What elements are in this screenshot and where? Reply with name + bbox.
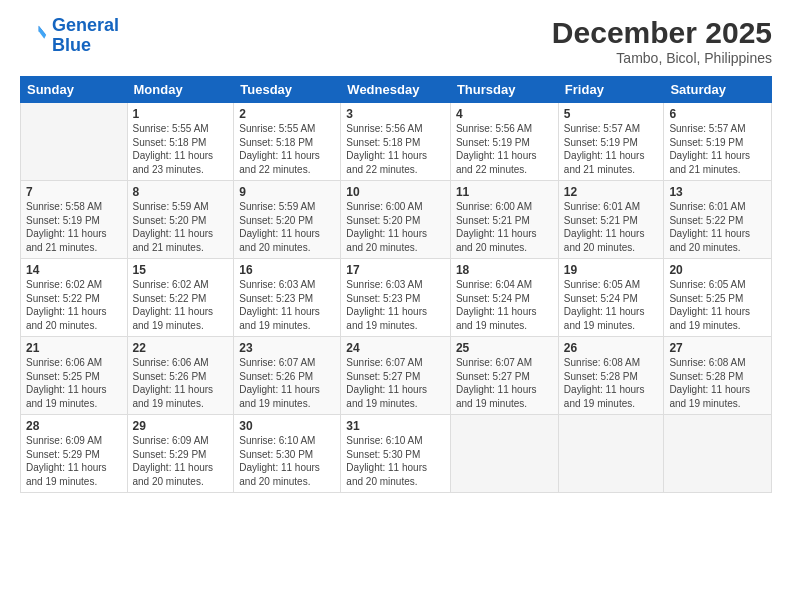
day-info: Sunrise: 6:02 AM Sunset: 5:22 PM Dayligh… — [26, 278, 122, 332]
day-info: Sunrise: 6:07 AM Sunset: 5:27 PM Dayligh… — [456, 356, 553, 410]
calendar-cell: 17Sunrise: 6:03 AM Sunset: 5:23 PM Dayli… — [341, 259, 451, 337]
day-number: 11 — [456, 185, 553, 199]
day-info: Sunrise: 6:07 AM Sunset: 5:27 PM Dayligh… — [346, 356, 445, 410]
day-info: Sunrise: 6:05 AM Sunset: 5:24 PM Dayligh… — [564, 278, 659, 332]
day-info: Sunrise: 6:01 AM Sunset: 5:22 PM Dayligh… — [669, 200, 766, 254]
calendar-cell — [558, 415, 664, 493]
day-info: Sunrise: 5:59 AM Sunset: 5:20 PM Dayligh… — [239, 200, 335, 254]
calendar-cell: 31Sunrise: 6:10 AM Sunset: 5:30 PM Dayli… — [341, 415, 451, 493]
calendar-cell — [664, 415, 772, 493]
weekday-header: Saturday — [664, 77, 772, 103]
calendar-cell: 22Sunrise: 6:06 AM Sunset: 5:26 PM Dayli… — [127, 337, 234, 415]
day-number: 2 — [239, 107, 335, 121]
calendar-cell: 23Sunrise: 6:07 AM Sunset: 5:26 PM Dayli… — [234, 337, 341, 415]
day-info: Sunrise: 6:07 AM Sunset: 5:26 PM Dayligh… — [239, 356, 335, 410]
day-number: 19 — [564, 263, 659, 277]
calendar-cell: 3Sunrise: 5:56 AM Sunset: 5:18 PM Daylig… — [341, 103, 451, 181]
day-number: 15 — [133, 263, 229, 277]
calendar-cell: 13Sunrise: 6:01 AM Sunset: 5:22 PM Dayli… — [664, 181, 772, 259]
logo: General Blue — [20, 16, 119, 56]
day-number: 30 — [239, 419, 335, 433]
weekday-header: Wednesday — [341, 77, 451, 103]
day-info: Sunrise: 5:57 AM Sunset: 5:19 PM Dayligh… — [669, 122, 766, 176]
calendar-cell: 26Sunrise: 6:08 AM Sunset: 5:28 PM Dayli… — [558, 337, 664, 415]
day-info: Sunrise: 6:03 AM Sunset: 5:23 PM Dayligh… — [346, 278, 445, 332]
day-info: Sunrise: 6:03 AM Sunset: 5:23 PM Dayligh… — [239, 278, 335, 332]
day-number: 12 — [564, 185, 659, 199]
calendar-cell: 12Sunrise: 6:01 AM Sunset: 5:21 PM Dayli… — [558, 181, 664, 259]
day-number: 14 — [26, 263, 122, 277]
calendar-cell: 21Sunrise: 6:06 AM Sunset: 5:25 PM Dayli… — [21, 337, 128, 415]
calendar-cell: 1Sunrise: 5:55 AM Sunset: 5:18 PM Daylig… — [127, 103, 234, 181]
calendar-cell: 14Sunrise: 6:02 AM Sunset: 5:22 PM Dayli… — [21, 259, 128, 337]
day-number: 18 — [456, 263, 553, 277]
day-info: Sunrise: 5:56 AM Sunset: 5:19 PM Dayligh… — [456, 122, 553, 176]
calendar-cell: 7Sunrise: 5:58 AM Sunset: 5:19 PM Daylig… — [21, 181, 128, 259]
day-number: 7 — [26, 185, 122, 199]
day-info: Sunrise: 6:08 AM Sunset: 5:28 PM Dayligh… — [669, 356, 766, 410]
calendar-cell: 24Sunrise: 6:07 AM Sunset: 5:27 PM Dayli… — [341, 337, 451, 415]
day-number: 27 — [669, 341, 766, 355]
calendar-cell: 10Sunrise: 6:00 AM Sunset: 5:20 PM Dayli… — [341, 181, 451, 259]
day-number: 31 — [346, 419, 445, 433]
calendar-cell — [450, 415, 558, 493]
day-number: 1 — [133, 107, 229, 121]
day-info: Sunrise: 6:02 AM Sunset: 5:22 PM Dayligh… — [133, 278, 229, 332]
day-info: Sunrise: 5:56 AM Sunset: 5:18 PM Dayligh… — [346, 122, 445, 176]
calendar-cell: 16Sunrise: 6:03 AM Sunset: 5:23 PM Dayli… — [234, 259, 341, 337]
day-info: Sunrise: 6:04 AM Sunset: 5:24 PM Dayligh… — [456, 278, 553, 332]
main-title: December 2025 — [552, 16, 772, 50]
day-info: Sunrise: 6:06 AM Sunset: 5:25 PM Dayligh… — [26, 356, 122, 410]
day-info: Sunrise: 6:01 AM Sunset: 5:21 PM Dayligh… — [564, 200, 659, 254]
weekday-header: Thursday — [450, 77, 558, 103]
calendar-header-row: SundayMondayTuesdayWednesdayThursdayFrid… — [21, 77, 772, 103]
weekday-header: Monday — [127, 77, 234, 103]
calendar-week-row: 21Sunrise: 6:06 AM Sunset: 5:25 PM Dayli… — [21, 337, 772, 415]
calendar-cell: 8Sunrise: 5:59 AM Sunset: 5:20 PM Daylig… — [127, 181, 234, 259]
logo-icon — [20, 22, 48, 50]
day-number: 8 — [133, 185, 229, 199]
weekday-header: Tuesday — [234, 77, 341, 103]
day-number: 20 — [669, 263, 766, 277]
calendar-cell — [21, 103, 128, 181]
calendar-cell: 28Sunrise: 6:09 AM Sunset: 5:29 PM Dayli… — [21, 415, 128, 493]
calendar-cell: 9Sunrise: 5:59 AM Sunset: 5:20 PM Daylig… — [234, 181, 341, 259]
calendar-cell: 11Sunrise: 6:00 AM Sunset: 5:21 PM Dayli… — [450, 181, 558, 259]
header: General Blue December 2025 Tambo, Bicol,… — [20, 16, 772, 66]
day-info: Sunrise: 6:09 AM Sunset: 5:29 PM Dayligh… — [133, 434, 229, 488]
calendar-cell: 19Sunrise: 6:05 AM Sunset: 5:24 PM Dayli… — [558, 259, 664, 337]
day-number: 9 — [239, 185, 335, 199]
page: General Blue December 2025 Tambo, Bicol,… — [0, 0, 792, 612]
day-info: Sunrise: 6:09 AM Sunset: 5:29 PM Dayligh… — [26, 434, 122, 488]
day-info: Sunrise: 6:08 AM Sunset: 5:28 PM Dayligh… — [564, 356, 659, 410]
logo-line2: Blue — [52, 35, 91, 55]
calendar-cell: 29Sunrise: 6:09 AM Sunset: 5:29 PM Dayli… — [127, 415, 234, 493]
day-info: Sunrise: 6:05 AM Sunset: 5:25 PM Dayligh… — [669, 278, 766, 332]
day-number: 26 — [564, 341, 659, 355]
day-info: Sunrise: 5:57 AM Sunset: 5:19 PM Dayligh… — [564, 122, 659, 176]
svg-marker-1 — [39, 26, 46, 39]
calendar-week-row: 7Sunrise: 5:58 AM Sunset: 5:19 PM Daylig… — [21, 181, 772, 259]
day-number: 13 — [669, 185, 766, 199]
calendar-table: SundayMondayTuesdayWednesdayThursdayFrid… — [20, 76, 772, 493]
calendar-week-row: 14Sunrise: 6:02 AM Sunset: 5:22 PM Dayli… — [21, 259, 772, 337]
day-number: 24 — [346, 341, 445, 355]
calendar-cell: 25Sunrise: 6:07 AM Sunset: 5:27 PM Dayli… — [450, 337, 558, 415]
weekday-header: Sunday — [21, 77, 128, 103]
day-number: 10 — [346, 185, 445, 199]
calendar-cell: 15Sunrise: 6:02 AM Sunset: 5:22 PM Dayli… — [127, 259, 234, 337]
calendar-week-row: 1Sunrise: 5:55 AM Sunset: 5:18 PM Daylig… — [21, 103, 772, 181]
day-number: 21 — [26, 341, 122, 355]
logo-text: General Blue — [52, 16, 119, 56]
day-number: 28 — [26, 419, 122, 433]
day-info: Sunrise: 6:10 AM Sunset: 5:30 PM Dayligh… — [239, 434, 335, 488]
calendar-cell: 20Sunrise: 6:05 AM Sunset: 5:25 PM Dayli… — [664, 259, 772, 337]
weekday-header: Friday — [558, 77, 664, 103]
calendar-cell: 27Sunrise: 6:08 AM Sunset: 5:28 PM Dayli… — [664, 337, 772, 415]
day-number: 23 — [239, 341, 335, 355]
day-number: 3 — [346, 107, 445, 121]
day-info: Sunrise: 5:58 AM Sunset: 5:19 PM Dayligh… — [26, 200, 122, 254]
calendar-week-row: 28Sunrise: 6:09 AM Sunset: 5:29 PM Dayli… — [21, 415, 772, 493]
day-number: 25 — [456, 341, 553, 355]
subtitle: Tambo, Bicol, Philippines — [552, 50, 772, 66]
